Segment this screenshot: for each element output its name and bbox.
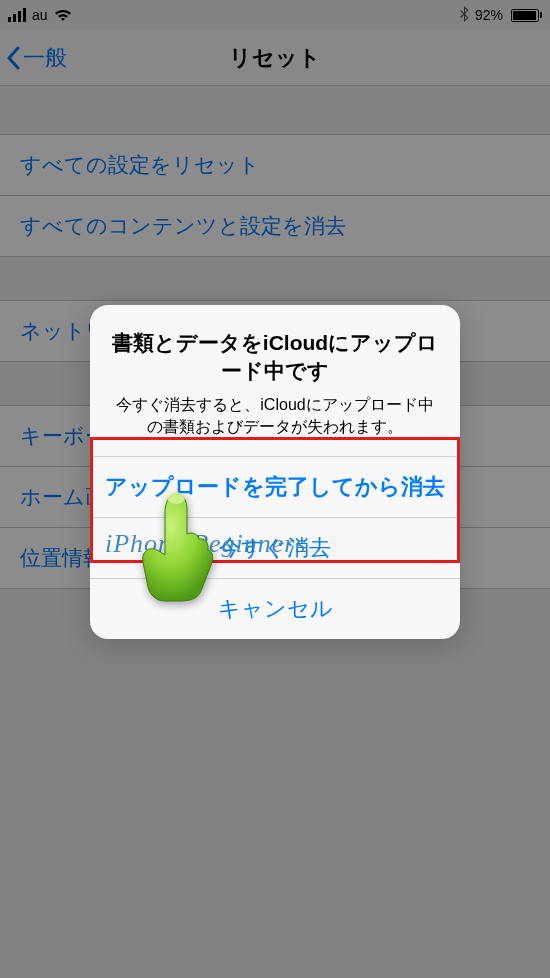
screen: au 92% 一般 リセット すべての設定をリセット すべてのコンテンツと: [0, 0, 550, 978]
pointer-hand-icon: [135, 488, 215, 607]
alert-title: 書類とデータをiCloudにアップロード中です: [110, 329, 440, 386]
alert-message: 今すぐ消去すると、iCloudにアップロード中の書類およびデータが失われます。: [110, 394, 440, 439]
svg-point-0: [167, 492, 185, 504]
